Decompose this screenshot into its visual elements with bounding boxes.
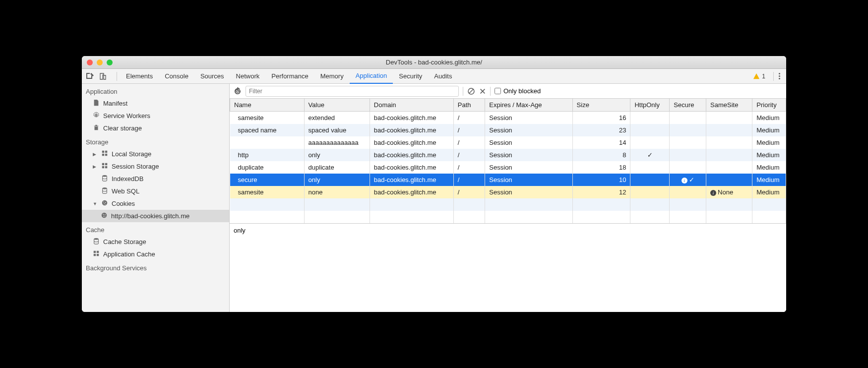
table-row-empty bbox=[230, 211, 786, 223]
table-row[interactable]: duplicateduplicatebad-cookies.glitch.me/… bbox=[230, 161, 786, 174]
svg-rect-2 bbox=[105, 151, 107, 153]
devtools-window: DevTools - bad-cookies.glitch.me/ Elemen… bbox=[82, 56, 786, 312]
only-blocked-checkbox[interactable]: Only blocked bbox=[495, 87, 541, 95]
sidebar-item-service-workers[interactable]: Service Workers bbox=[82, 110, 229, 122]
table-row[interactable]: httponlybad-cookies.glitch.me/Session8✓M… bbox=[230, 149, 786, 161]
chevron-right-icon: ▶ bbox=[93, 164, 98, 169]
svg-point-13 bbox=[105, 202, 106, 203]
delete-icon[interactable] bbox=[479, 88, 486, 95]
tab-console[interactable]: Console bbox=[159, 69, 194, 84]
sidebar-item-cache-storage[interactable]: Cache Storage bbox=[82, 236, 229, 248]
col-header-size[interactable]: Size bbox=[572, 99, 630, 112]
cell-expires: Session bbox=[485, 112, 572, 124]
tab-application[interactable]: Application bbox=[350, 69, 393, 84]
sidebar-item-label: Cache Storage bbox=[103, 238, 146, 245]
cell-size: 23 bbox=[572, 124, 630, 136]
svg-point-15 bbox=[105, 204, 106, 204]
col-header-priority[interactable]: Priority bbox=[752, 99, 786, 112]
cell-name bbox=[230, 136, 305, 149]
warning-badge[interactable]: 1 bbox=[753, 73, 765, 80]
cell-value: spaced value bbox=[304, 124, 370, 136]
grid-icon bbox=[93, 250, 100, 258]
menu-button[interactable] bbox=[777, 73, 782, 79]
svg-point-11 bbox=[102, 200, 108, 206]
svg-rect-7 bbox=[102, 166, 104, 168]
cell-value: aaaaaaaaaaaaaa bbox=[304, 136, 370, 149]
cell-path: / bbox=[453, 186, 485, 198]
col-header-samesite[interactable]: SameSite bbox=[706, 99, 752, 112]
tab-audits[interactable]: Audits bbox=[428, 69, 458, 84]
filter-input[interactable] bbox=[246, 86, 459, 97]
col-header-expires-max-age[interactable]: Expires / Max-Age bbox=[485, 99, 572, 112]
cell-samesite bbox=[706, 136, 752, 149]
sidebar-item-label: Manifest bbox=[103, 100, 127, 107]
cell-name: duplicate bbox=[230, 161, 305, 174]
warning-icon bbox=[753, 73, 760, 80]
cell-priority: Medium bbox=[752, 136, 786, 149]
col-header-secure[interactable]: Secure bbox=[670, 99, 706, 112]
svg-rect-24 bbox=[94, 254, 96, 256]
sidebar-item-local-storage[interactable]: ▶Local Storage bbox=[82, 148, 229, 160]
cell-priority: Medium bbox=[752, 112, 786, 124]
sidebar-item-session-storage[interactable]: ▶Session Storage bbox=[82, 160, 229, 173]
cell-samesite: iNone bbox=[706, 186, 752, 198]
file-icon bbox=[93, 99, 100, 108]
db-icon bbox=[93, 238, 100, 246]
tab-performance[interactable]: Performance bbox=[265, 69, 314, 84]
only-blocked-input[interactable] bbox=[495, 88, 501, 94]
cell-value: only bbox=[304, 149, 370, 161]
sidebar-item-cookies[interactable]: ▼Cookies bbox=[82, 197, 229, 210]
tab-network[interactable]: Network bbox=[230, 69, 266, 84]
cell-path: / bbox=[453, 124, 485, 136]
minimize-icon[interactable] bbox=[97, 60, 103, 65]
col-header-path[interactable]: Path bbox=[453, 99, 485, 112]
cookie-icon bbox=[101, 199, 108, 208]
device-icon[interactable] bbox=[99, 72, 107, 80]
cell-name: spaced name bbox=[230, 124, 305, 136]
db-icon bbox=[101, 187, 108, 195]
cell-path: / bbox=[453, 161, 485, 174]
col-header-httponly[interactable]: HttpOnly bbox=[630, 99, 670, 112]
cell-domain: bad-cookies.glitch.me bbox=[370, 136, 453, 149]
table-row[interactable]: aaaaaaaaaaaaaabad-cookies.glitch.me/Sess… bbox=[230, 136, 786, 149]
clear-all-icon[interactable] bbox=[467, 87, 475, 95]
close-icon[interactable] bbox=[87, 60, 93, 65]
cell-value: extended bbox=[304, 112, 370, 124]
svg-point-0 bbox=[95, 114, 97, 116]
sidebar-item-web-sql[interactable]: Web SQL bbox=[82, 185, 229, 197]
col-header-value[interactable]: Value bbox=[304, 99, 370, 112]
gear-icon bbox=[93, 112, 100, 120]
chevron-down-icon: ▼ bbox=[93, 201, 98, 206]
cell-size: 12 bbox=[572, 186, 630, 198]
cell-priority: Medium bbox=[752, 124, 786, 136]
cell-domain: bad-cookies.glitch.me bbox=[370, 161, 453, 174]
col-header-name[interactable]: Name bbox=[230, 99, 305, 112]
table-row[interactable]: spaced namespaced valuebad-cookies.glitc… bbox=[230, 124, 786, 136]
col-header-domain[interactable]: Domain bbox=[370, 99, 453, 112]
tab-memory[interactable]: Memory bbox=[314, 69, 350, 84]
cell-priority: Medium bbox=[752, 161, 786, 174]
sidebar-item-clear-storage[interactable]: Clear storage bbox=[82, 122, 229, 134]
cell-samesite bbox=[706, 161, 752, 174]
sidebar-item-indexeddb[interactable]: IndexedDB bbox=[82, 173, 229, 185]
cell-expires: Session bbox=[485, 161, 572, 174]
cell-name: samesite bbox=[230, 186, 305, 198]
table-row[interactable]: samesiteextendedbad-cookies.glitch.me/Se… bbox=[230, 112, 786, 124]
cell-expires: Session bbox=[485, 124, 572, 136]
cell-size: 16 bbox=[572, 112, 630, 124]
table-row[interactable]: samesitenonebad-cookies.glitch.me/Sessio… bbox=[230, 186, 786, 198]
sidebar-item-manifest[interactable]: Manifest bbox=[82, 97, 229, 110]
sidebar-item-application-cache[interactable]: Application Cache bbox=[82, 248, 229, 260]
svg-point-14 bbox=[104, 203, 105, 204]
cell-httponly bbox=[630, 124, 670, 136]
cell-size: 18 bbox=[572, 161, 630, 174]
tab-security[interactable]: Security bbox=[393, 69, 428, 84]
inspect-icon[interactable] bbox=[86, 72, 94, 80]
sidebar-item-cookie-origin[interactable]: http://bad-cookies.glitch.me bbox=[82, 210, 229, 222]
tab-elements[interactable]: Elements bbox=[120, 69, 159, 84]
maximize-icon[interactable] bbox=[107, 60, 113, 65]
refresh-icon[interactable] bbox=[234, 87, 242, 95]
cell-priority: Medium bbox=[752, 186, 786, 198]
tab-sources[interactable]: Sources bbox=[194, 69, 230, 84]
table-row[interactable]: secureonlybad-cookies.glitch.me/Session1… bbox=[230, 174, 786, 186]
